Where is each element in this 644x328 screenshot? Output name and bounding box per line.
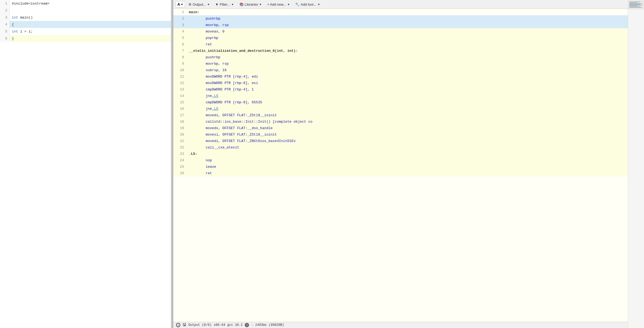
asm-content-3: mov rbp, rsp (187, 22, 628, 28)
asm-num-8: 8 (173, 54, 187, 60)
asm-instr-13: cmp (189, 88, 212, 92)
mini-line-1 (629, 2, 640, 2)
output-icon: 🖫 (182, 323, 186, 327)
mini-line-6 (629, 6, 638, 6)
add-new-chevron: ▼ (287, 3, 290, 6)
asm-link-l5-14[interactable]: .L5 (212, 94, 218, 98)
wrench-icon: 🔧 (295, 2, 299, 6)
asm-content-2: push rbp (187, 15, 628, 22)
asm-line-21: 21 mov edi, OFFSET FLAT:_ZNSt8ios_base4I… (173, 138, 628, 144)
asm-content-11: mov DWORD PTR [rbp-4], edi (187, 73, 628, 80)
asm-operand-22: __cxa_atexit (214, 145, 239, 150)
asm-line-17: 17 mov edi, OFFSET FLAT:_ZStl8__ioinit (173, 112, 628, 118)
asm-content-6: ret (187, 41, 628, 48)
asm-instr-19: mov (189, 126, 212, 130)
asm-num-10: 10 (173, 67, 187, 73)
asm-content-21: mov edi, OFFSET FLAT:_ZNSt8ios_base4Init… (187, 138, 628, 144)
refresh-icon[interactable]: ↺ (176, 323, 180, 327)
asm-content-13: cmp DWORD PTR [rbp-4], 1 (187, 86, 628, 93)
asm-operand-20: esi, OFFSET FLAT:_ZStl8__ioinit (212, 133, 277, 137)
asm-line-12: 12 mov DWORD PTR [rbp-8], esi (173, 80, 628, 86)
asm-line-14: 14 jne .L5 (173, 93, 628, 99)
asm-num-14: 14 (173, 93, 187, 99)
asm-content-25: leave (187, 163, 628, 170)
source-line-2: 2 (0, 7, 171, 14)
asm-line-2: 2 push rbp (173, 15, 628, 22)
asm-num-18: 18 (173, 118, 187, 125)
asm-operand-10: rsp, 16 (212, 68, 227, 72)
asm-content-24: nop (187, 157, 628, 163)
libraries-chevron: ▼ (259, 3, 262, 6)
filter-icon: ▼ (215, 2, 219, 6)
asm-line-13: 13 cmp DWORD PTR [rbp-4], 1 (173, 86, 628, 93)
asm-operand-19: edx, OFFSET FLAT:__dso_handle (212, 126, 273, 130)
asm-instr-8: push (189, 55, 214, 59)
info-badge: i (245, 323, 249, 327)
asm-instr-21: mov (189, 139, 212, 143)
asm-line-18: 18 call std::ios_base::Init::Init() [com… (173, 118, 628, 125)
line-number-4: 4 (0, 21, 10, 28)
main-container: 1 #include<iostream> 2 3 int main() 4 { … (0, 0, 644, 328)
source-code-area[interactable]: 1 #include<iostream> 2 3 int main() 4 { … (0, 0, 171, 328)
mini-code-preview (629, 1, 643, 9)
asm-instr-3: mov (189, 23, 212, 27)
asm-instr-14: jne (189, 94, 212, 98)
asm-content-9: mov rbp, rsp (187, 60, 628, 67)
asm-toolbar: A ▼ ⚙ Output... ▼ ▼ Filter... ▼ 📚 Librar… (173, 0, 628, 9)
asm-instr-20: mov (189, 133, 212, 137)
filter-button[interactable]: ▼ Filter... ▼ (213, 2, 236, 7)
asm-line-24: 24 nop (173, 157, 628, 163)
asm-code-area[interactable]: 1 main: 2 push rbp 3 mov rbp, rsp 4 mov … (173, 9, 628, 322)
asm-line-10: 10 sub rsp, 16 (173, 67, 628, 73)
asm-content-20: mov esi, OFFSET FLAT:_ZStl8__ioinit (187, 131, 628, 138)
asm-content-5: pop rbp (187, 35, 628, 41)
asm-content-4: mov eax, 0 (187, 28, 628, 35)
asm-content-18: call std::ios_base::Init::Init() [comple… (187, 118, 628, 125)
asm-num-3: 3 (173, 22, 187, 28)
asm-num-15: 15 (173, 99, 187, 105)
asm-operand-4: eax, 0 (212, 30, 225, 34)
asm-content-12: mov DWORD PTR [rbp-8], esi (187, 80, 628, 86)
line-content-3: int main() (10, 14, 171, 21)
asm-operand-9: rbp, rsp (212, 62, 229, 66)
line-content-2 (10, 7, 171, 14)
asm-operand-11: DWORD PTR [rbp-4], edi (212, 75, 258, 79)
asm-line-8: 8 push rbp (173, 54, 628, 60)
asm-operand-13: DWORD PTR [rbp-4], 1 (212, 88, 254, 92)
asm-num-4: 4 (173, 28, 187, 35)
asm-line-23: 23 .L5: (173, 151, 628, 157)
source-line-1: 1 #include<iostream> (0, 0, 171, 7)
output-button[interactable]: ⚙ Output... ▼ (186, 2, 212, 7)
asm-num-23: 23 (173, 151, 187, 157)
asm-instr-6: ret (189, 42, 212, 46)
asm-num-26: 26 (173, 170, 187, 176)
asm-line-6: 6 ret (173, 41, 628, 48)
add-new-button[interactable]: + Add new... ▼ (265, 2, 292, 7)
line-content-6: } (10, 35, 171, 42)
asm-line-20: 20 mov esi, OFFSET FLAT:_ZStl8__ioinit (173, 131, 628, 138)
asm-instr-5: pop (189, 36, 212, 40)
font-size-button[interactable]: A ▼ (175, 1, 185, 8)
asm-num-1: 1 (173, 9, 187, 15)
asm-content-1: main: (187, 9, 628, 15)
line-number-5: 5 (0, 28, 10, 35)
asm-num-2: 2 (173, 15, 187, 22)
asm-label-static-init: __static_initialization_and_destruction_… (189, 49, 298, 53)
asm-instr-4: mov (189, 30, 212, 34)
asm-instr-15: cmp (189, 100, 212, 104)
arch-label: x86-64 gcc 10.2 (214, 323, 243, 327)
filter-label: Filter... (220, 2, 230, 6)
asm-instr-17: mov (189, 113, 212, 117)
gear-icon: ⚙ (188, 2, 192, 6)
source-line-4: 4 { (0, 21, 171, 28)
line-number-2: 2 (0, 7, 10, 14)
add-tool-button[interactable]: 🔧 Add tool... ▼ (293, 2, 322, 7)
libraries-button[interactable]: 📚 Libraries ▼ (237, 2, 264, 7)
asm-link-l5-16[interactable]: .L5 (212, 107, 218, 111)
asm-line-5: 5 pop rbp (173, 35, 628, 41)
asm-operand-21: edi, OFFSET FLAT:_ZNSt8ios_base4InitD1Ev (212, 139, 296, 143)
line-content-5: int i = i; (10, 28, 171, 35)
asm-num-5: 5 (173, 35, 187, 41)
line-content-4: { (10, 21, 171, 28)
asm-instr-24: nop (189, 158, 212, 162)
